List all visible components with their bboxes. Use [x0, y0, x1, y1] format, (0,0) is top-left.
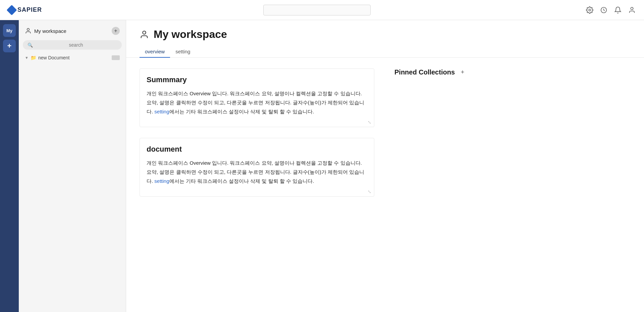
user-icon[interactable]	[628, 6, 636, 14]
document-section: document 개인 워크스페이스 Overview 입니다. 워크스페이스 …	[140, 138, 374, 197]
main-right-column: Pinned Collections +	[394, 68, 482, 207]
summary-text: 개인 워크스페이스 Overview 입니다. 워크스페이스 요약, 설명이나 …	[147, 89, 367, 116]
topnav-icons	[586, 6, 636, 14]
sidebar-header-left: My workspace	[25, 28, 66, 34]
logo-area: SAPIER	[8, 6, 48, 14]
logo-icon	[6, 5, 17, 15]
sidebar-workspace-name: My workspace	[34, 28, 66, 34]
svg-point-4	[143, 31, 146, 34]
logo-text: SAPIER	[17, 6, 42, 13]
summary-section: Summmary 개인 워크스페이스 Overview 입니다. 워크스페이스 …	[140, 68, 374, 127]
summary-setting-link[interactable]: setting	[154, 109, 169, 114]
main-content: My workspace overview setting Summmary 개…	[126, 20, 644, 312]
document-text: 개인 워크스페이스 Overview 입니다. 워크스페이스 요약, 설명이나 …	[147, 158, 367, 186]
document-setting-link[interactable]: setting	[154, 178, 169, 184]
sidebar-add-button[interactable]: +	[112, 27, 120, 35]
main-header: My workspace overview setting	[126, 20, 644, 58]
sidebar: My workspace + 🔍 ▼ 📁 new Document	[19, 20, 126, 312]
icon-rail: My +	[0, 20, 19, 312]
topnav-search-area	[48, 5, 586, 15]
pinned-collections-add-button[interactable]: +	[459, 69, 466, 76]
resize-handle-icon: ⤡	[368, 120, 371, 125]
my-workspace-rail-button[interactable]: My	[3, 24, 16, 37]
page-title: My workspace	[154, 28, 227, 41]
sidebar-header: My workspace +	[23, 25, 122, 36]
tab-setting[interactable]: setting	[170, 46, 196, 58]
main-title-row: My workspace	[140, 28, 631, 41]
sidebar-person-icon	[25, 28, 32, 34]
main-body: Summmary 개인 워크스페이스 Overview 입니다. 워크스페이스 …	[126, 58, 644, 218]
summary-title: Summmary	[147, 75, 367, 84]
sidebar-doc-name: new Document	[38, 55, 110, 60]
document-text-part3: 에서는 기타 워크스페이스 설정이나 삭제 및 탈퇴 할 수 있습니다.	[169, 178, 314, 184]
summary-text-part3: 에서는 기타 워크스페이스 설정이나 삭제 및 탈퇴 할 수 있습니다.	[169, 109, 314, 114]
settings-icon[interactable]	[586, 6, 594, 14]
main-left-column: Summmary 개인 워크스페이스 Overview 입니다. 워크스페이스 …	[140, 68, 374, 207]
sidebar-document-item[interactable]: ▼ 📁 new Document	[23, 54, 122, 62]
main-layout: My + My workspace + 🔍 ▼ 📁 new Document	[0, 0, 644, 312]
top-navigation: SAPIER	[0, 0, 644, 20]
resize-handle-icon-2: ⤡	[368, 189, 371, 194]
svg-point-3	[27, 29, 30, 31]
main-tabs: overview setting	[140, 46, 631, 57]
svg-point-0	[589, 9, 591, 11]
svg-point-2	[631, 7, 633, 9]
notifications-icon[interactable]	[614, 6, 622, 14]
chevron-down-icon: ▼	[25, 56, 29, 60]
sidebar-search-bar[interactable]: 🔍	[23, 40, 122, 50]
topnav-search-input[interactable]	[263, 5, 371, 15]
sidebar-search-icon: 🔍	[28, 43, 33, 48]
main-person-icon	[140, 30, 149, 39]
tab-overview[interactable]: overview	[140, 46, 170, 58]
pinned-collections-title: Pinned Collections	[394, 68, 455, 76]
pinned-collections-header: Pinned Collections +	[394, 68, 482, 76]
folder-icon: 📁	[31, 55, 36, 60]
history-icon[interactable]	[600, 6, 608, 14]
sidebar-search-input[interactable]	[35, 42, 117, 48]
sidebar-doc-action[interactable]	[112, 55, 120, 60]
document-title: document	[147, 145, 367, 154]
add-workspace-rail-button[interactable]: +	[3, 40, 16, 52]
